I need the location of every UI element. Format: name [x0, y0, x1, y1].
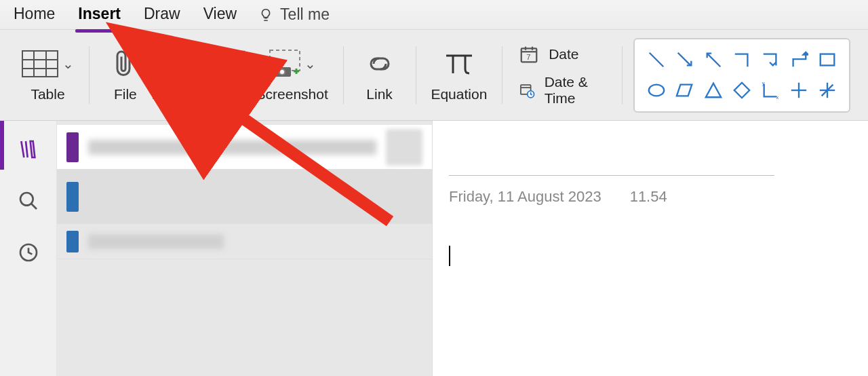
svg-line-24 [708, 54, 721, 67]
picture-icon [212, 45, 245, 82]
chevron-down-icon: ⌄ [62, 56, 74, 72]
svg-line-22 [650, 53, 664, 67]
chevron-down-icon: ⌄ [304, 56, 316, 72]
table-icon [22, 45, 58, 82]
page-list-item[interactable] [57, 170, 432, 224]
connector-elbow-icon[interactable] [789, 50, 808, 70]
content-area: Friday, 11 August 2023 11.54 [0, 121, 868, 376]
calendar-icon: 7 [519, 44, 539, 64]
ribbon-group-link: Link [344, 35, 416, 115]
date-button[interactable]: 7 Date [519, 44, 606, 64]
clock-icon [18, 242, 39, 263]
menu-tab-bar: Home Insert Draw View Tell me [0, 0, 868, 30]
svg-text:y: y [762, 80, 765, 86]
screenshot-icon [268, 45, 302, 82]
note-date: Friday, 11 August 2023 [449, 188, 601, 206]
triangle-shape-icon[interactable] [704, 80, 723, 100]
svg-rect-5 [167, 50, 186, 77]
ribbon-group-table: ⌄ Table [7, 35, 89, 115]
diamond-shape-icon[interactable] [732, 80, 751, 100]
file-button[interactable]: File [102, 42, 149, 108]
svg-text:x: x [776, 94, 778, 100]
xy-axes-icon[interactable]: yx [761, 80, 780, 100]
arrow-se-icon[interactable] [675, 50, 694, 70]
svg-text:7: 7 [526, 52, 530, 60]
svg-point-26 [649, 85, 664, 96]
ellipse-shape-icon[interactable] [647, 80, 666, 100]
pi-icon [442, 45, 476, 82]
elbow-right-icon[interactable] [732, 50, 751, 70]
line-shape-icon[interactable] [647, 50, 666, 70]
picture-button[interactable]: Picture [203, 42, 253, 108]
link-button[interactable]: Link [356, 42, 403, 108]
3d-axes-icon[interactable] [818, 80, 837, 100]
search-icon [18, 190, 39, 212]
screenshot-label: Screenshot [256, 86, 328, 102]
arrow-nw-icon[interactable] [704, 50, 723, 70]
text-cursor [449, 246, 450, 266]
note-time: 11.54 [630, 188, 667, 206]
page-list [57, 121, 433, 376]
date-label: Date [549, 46, 578, 62]
svg-point-34 [20, 193, 33, 206]
rectangle-shape-icon[interactable] [818, 50, 837, 70]
tell-me-search[interactable]: Tell me [258, 5, 330, 24]
calendar-clock-icon [519, 80, 535, 100]
tab-view[interactable]: View [202, 2, 238, 27]
parallelogram-shape-icon[interactable] [675, 80, 694, 100]
page-list-item[interactable] [57, 224, 432, 259]
svg-line-35 [31, 204, 37, 209]
link-icon [361, 45, 398, 82]
link-label: Link [366, 86, 393, 102]
svg-rect-0 [22, 51, 58, 77]
printout-icon [163, 45, 190, 82]
cross-axes-icon[interactable] [789, 80, 808, 100]
notebooks-button[interactable] [14, 134, 43, 164]
ribbon-group-attach: File Printout Picture [90, 35, 343, 115]
note-canvas[interactable]: Friday, 11 August 2023 11.54 [433, 121, 868, 376]
tab-home[interactable]: Home [12, 2, 56, 27]
recent-button[interactable] [14, 238, 43, 267]
search-button[interactable] [14, 186, 43, 216]
ribbon-group-shapes: yx [623, 35, 861, 115]
date-time-label: Date & Time [545, 74, 606, 107]
shapes-gallery[interactable]: yx [633, 38, 850, 113]
ribbon-group-datetime: 7 Date Date & Time [502, 35, 622, 115]
table-label: Table [31, 86, 64, 102]
title-underline [449, 175, 774, 176]
table-button[interactable]: ⌄ Table [19, 42, 77, 108]
printout-button[interactable]: Printout [149, 42, 203, 108]
svg-rect-25 [821, 54, 835, 66]
screenshot-button[interactable]: ⌄ Screenshot [254, 42, 331, 108]
date-time-button[interactable]: Date & Time [519, 74, 606, 107]
notebooks-icon [18, 138, 39, 160]
paperclip-icon [113, 45, 138, 82]
svg-point-13 [279, 69, 285, 75]
tab-draw[interactable]: Draw [142, 2, 182, 27]
page-list-item[interactable] [57, 125, 432, 170]
equation-button[interactable]: Equation [428, 42, 490, 108]
svg-point-11 [234, 56, 238, 60]
tab-insert[interactable]: Insert [77, 2, 122, 27]
left-sidebar [0, 121, 57, 376]
ribbon-group-equation: Equation [416, 35, 502, 115]
lightbulb-icon [258, 7, 273, 22]
tell-me-label: Tell me [280, 5, 330, 24]
equation-label: Equation [431, 86, 487, 102]
picture-label: Picture [206, 86, 250, 102]
elbow-arrow-icon[interactable] [761, 50, 780, 70]
insert-ribbon: ⌄ Table File Printout [0, 30, 868, 121]
file-label: File [114, 86, 137, 102]
svg-line-23 [678, 53, 691, 66]
printout-label: Printout [152, 86, 201, 102]
